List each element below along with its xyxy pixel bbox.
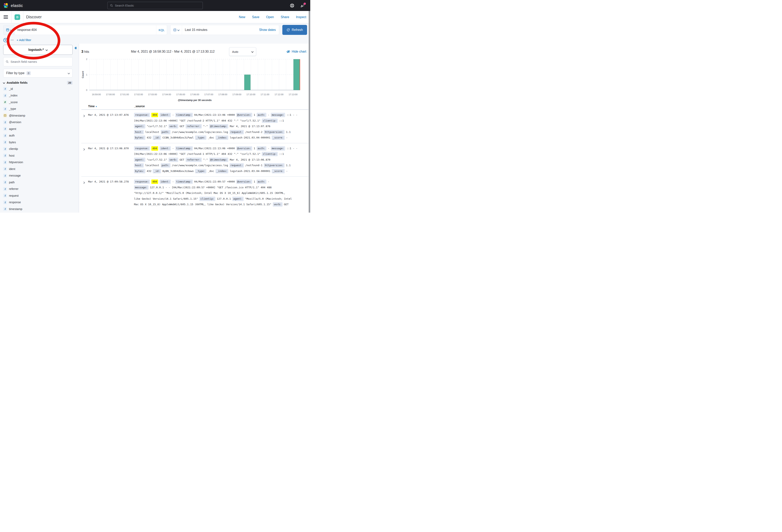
- field-item-_index[interactable]: t_index: [3, 92, 73, 99]
- show-dates-link[interactable]: Show dates: [259, 28, 279, 32]
- field-item-ident[interactable]: tident: [3, 165, 73, 173]
- action-inspect-button[interactable]: Inspect: [296, 15, 306, 19]
- action-open-button[interactable]: Open: [266, 15, 274, 19]
- source-text: GET: [284, 203, 288, 206]
- field-search-input[interactable]: [10, 60, 70, 64]
- source-text: logstash-2021.03.04-000001: [230, 136, 271, 139]
- text-type-icon: t: [3, 200, 7, 204]
- help-icon[interactable]: [290, 3, 294, 8]
- field-item-clientip[interactable]: tclientip: [3, 146, 73, 152]
- time-picker-calendar-button[interactable]: [171, 25, 182, 35]
- field-name: clientip: [9, 147, 18, 150]
- text-type-icon: t: [3, 180, 7, 184]
- action-new-button[interactable]: New: [239, 15, 245, 19]
- text-type-icon: t: [3, 87, 7, 91]
- filter-bar: + Add filter: [0, 36, 310, 44]
- column-source[interactable]: _source: [134, 105, 308, 108]
- query-input-group: KQL: [3, 25, 167, 35]
- source-text: Mac OS X 10_15_6) AppleWebKit/605.1.15 (…: [134, 203, 271, 206]
- text-type-icon: t: [3, 167, 7, 171]
- source-text: 1: [254, 147, 255, 150]
- calendar-icon: [173, 28, 176, 32]
- field-item-agent[interactable]: tagent: [3, 125, 73, 132]
- source-text: GET: [180, 158, 184, 161]
- elastic-logo-icon: [3, 3, 9, 8]
- source-text: localhost: [145, 130, 159, 134]
- text-type-icon: t: [3, 194, 7, 197]
- field-item-timestamp[interactable]: ttimestamp: [3, 205, 73, 213]
- field-search[interactable]: [3, 57, 73, 66]
- elastic-logo[interactable]: elastic: [0, 3, 23, 8]
- field-item-_score[interactable]: #_score: [3, 99, 73, 106]
- text-type-icon: t: [3, 154, 7, 157]
- source-text: ::1: [279, 119, 284, 122]
- field-item-@timestamp[interactable]: @timestamp: [3, 112, 73, 119]
- field-item-referrer[interactable]: treferrer: [3, 186, 73, 192]
- source-text: -: [268, 180, 270, 183]
- hits-count: 3 hits: [81, 50, 116, 54]
- svg-text:Count: Count: [81, 71, 84, 78]
- newsfeed-icon[interactable]: [300, 3, 305, 8]
- field-badge: response:: [134, 146, 150, 151]
- source-text: /var/www/example.com/logs/access.log: [172, 164, 228, 167]
- doc-source: response:404ident:-timestamp:04/Mar/2021…: [134, 146, 308, 174]
- field-item-auth[interactable]: tauth: [3, 132, 73, 139]
- filter-icon[interactable]: [3, 38, 8, 42]
- field-name: message: [9, 174, 21, 177]
- field-badge: verb:: [169, 124, 178, 128]
- svg-text:1: 1: [86, 74, 87, 76]
- doc-timestamp: Mar 4, 2021 @ 17:13:07.876: [88, 112, 134, 141]
- field-item-message[interactable]: tmessage: [3, 173, 73, 179]
- svg-text:2: 2: [86, 58, 87, 61]
- field-item-bytes[interactable]: tbytes: [3, 139, 73, 146]
- column-time[interactable]: Time▼: [88, 105, 134, 108]
- field-badge: httpversion:: [264, 130, 285, 134]
- field-name: @timestamp: [9, 114, 25, 117]
- expand-doc-icon[interactable]: [83, 147, 88, 174]
- field-item-_type[interactable]: t_type: [3, 106, 73, 112]
- text-type-icon: t: [3, 140, 7, 144]
- source-text: _doc: [208, 136, 214, 139]
- scrollbar[interactable]: [309, 11, 310, 213]
- query-language-button[interactable]: KQL: [156, 25, 167, 35]
- time-range-value[interactable]: Last 15 minutes: [182, 28, 207, 32]
- refresh-button[interactable]: Refresh: [282, 25, 307, 35]
- svg-text:17:02:00: 17:02:00: [134, 93, 143, 96]
- source-text: 1: [254, 180, 255, 183]
- index-pattern-select[interactable]: logstash-*: [3, 45, 73, 55]
- expand-doc-icon[interactable]: [83, 114, 88, 141]
- action-share-button[interactable]: Share: [281, 15, 289, 19]
- text-type-icon: t: [3, 107, 7, 111]
- field-name: timestamp: [9, 207, 22, 211]
- collapse-sidebar-icon[interactable]: [74, 46, 78, 50]
- svg-text:17:03:00: 17:03:00: [148, 93, 157, 96]
- source-text: "-": [203, 158, 208, 161]
- field-item-@version[interactable]: t@version: [3, 119, 73, 126]
- field-item-host[interactable]: thost: [3, 152, 73, 159]
- add-filter-button[interactable]: + Add filter: [16, 38, 31, 42]
- histogram: 012Count16:59:0017:00:0017:01:0017:02:00…: [81, 57, 307, 102]
- field-item-path[interactable]: tpath: [3, 179, 73, 186]
- field-badge: host:: [134, 163, 144, 167]
- hide-chart-button[interactable]: Hide chart: [287, 50, 309, 53]
- available-fields-header[interactable]: Available fields 20: [3, 80, 73, 85]
- discover-app-badge[interactable]: D: [14, 14, 20, 20]
- field-item-request[interactable]: trequest: [3, 192, 73, 199]
- field-item-_id[interactable]: t_id: [3, 85, 73, 92]
- saved-query-menu-button[interactable]: [3, 25, 14, 35]
- fields-sidebar: logstash-* Filter by type 0 Available fi…: [0, 44, 79, 213]
- field-name: @version: [9, 120, 21, 124]
- text-type-icon: t: [3, 174, 7, 178]
- expand-doc-icon[interactable]: [83, 181, 88, 207]
- action-save-button[interactable]: Save: [252, 15, 259, 19]
- field-badge: referrer:: [186, 124, 202, 128]
- global-search-input[interactable]: [115, 4, 200, 7]
- field-item-httpversion[interactable]: thttpversion: [3, 159, 73, 166]
- global-search[interactable]: [107, 2, 203, 9]
- filter-by-type-select[interactable]: Filter by type 0: [3, 69, 73, 77]
- field-item-response[interactable]: tresponse: [3, 199, 73, 206]
- interval-select[interactable]: Auto: [229, 47, 256, 56]
- query-input[interactable]: [14, 28, 156, 32]
- menu-icon[interactable]: [4, 15, 8, 19]
- field-badge: message:: [271, 146, 285, 151]
